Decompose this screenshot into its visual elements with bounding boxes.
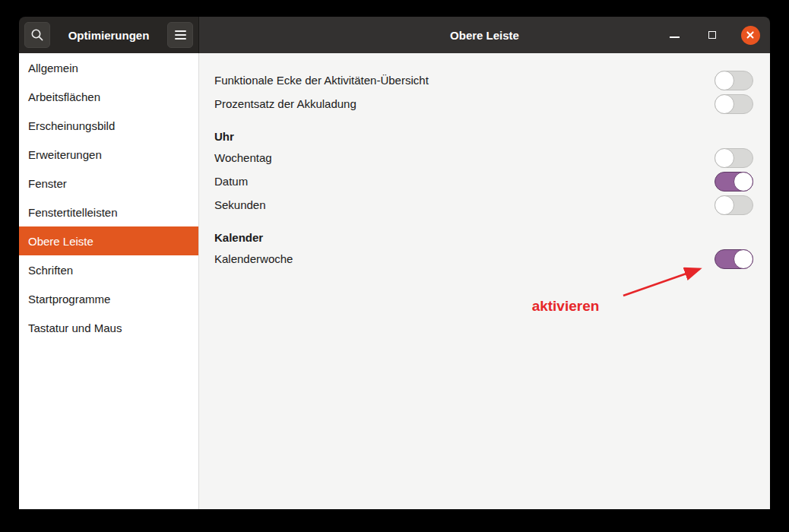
toggle-funktionale-ecke[interactable] bbox=[715, 71, 753, 90]
sidebar-item-obere-leiste[interactable]: Obere Leiste bbox=[19, 226, 198, 255]
titlebar-left-section: Optimierungen bbox=[19, 17, 199, 53]
menu-button[interactable] bbox=[167, 22, 193, 48]
titlebar: Optimierungen Obere Leiste bbox=[19, 17, 770, 53]
minimize-button[interactable] bbox=[664, 25, 684, 45]
sidebar-item-arbeitsflaechen[interactable]: Arbeitsflächen bbox=[19, 82, 198, 111]
app-title: Optimierungen bbox=[53, 29, 164, 42]
section-header-uhr: Uhr bbox=[214, 126, 753, 146]
setting-label: Prozentsatz der Akkuladung bbox=[214, 97, 356, 110]
window-controls bbox=[664, 17, 760, 53]
sidebar: Allgemein Arbeitsflächen Erscheinungsbil… bbox=[19, 53, 199, 509]
toggle-kalenderwoche[interactable] bbox=[715, 249, 753, 269]
settings-row: Datum bbox=[214, 169, 753, 193]
sidebar-item-fenster[interactable]: Fenster bbox=[19, 169, 198, 198]
toggle-knob bbox=[715, 71, 734, 90]
toggle-sekunden[interactable] bbox=[715, 195, 753, 215]
settings-row: Kalenderwoche bbox=[214, 247, 753, 271]
titlebar-right-section: Obere Leiste bbox=[199, 17, 770, 53]
close-icon bbox=[741, 26, 760, 45]
maximize-icon bbox=[708, 31, 716, 39]
settings-panel: Funktionale Ecke der Aktivitäten-Übersic… bbox=[199, 53, 770, 509]
setting-label: Wochentag bbox=[214, 151, 272, 164]
setting-label: Datum bbox=[214, 175, 248, 188]
sidebar-item-erscheinungsbild[interactable]: Erscheinungsbild bbox=[19, 111, 198, 140]
toggle-knob bbox=[734, 249, 753, 269]
settings-row: Sekunden bbox=[214, 193, 753, 217]
sidebar-item-erweiterungen[interactable]: Erweiterungen bbox=[19, 140, 198, 169]
toggle-akkuladung-prozent[interactable] bbox=[715, 94, 753, 114]
toggle-knob bbox=[715, 148, 734, 168]
settings-row: Funktionale Ecke der Aktivitäten-Übersic… bbox=[214, 68, 753, 92]
close-button[interactable] bbox=[740, 25, 760, 45]
settings-row: Prozentsatz der Akkuladung bbox=[214, 92, 753, 116]
search-icon bbox=[30, 28, 44, 42]
window-body: Allgemein Arbeitsflächen Erscheinungsbil… bbox=[19, 53, 770, 509]
setting-label: Sekunden bbox=[214, 198, 266, 211]
minimize-icon bbox=[670, 36, 680, 38]
settings-row: Wochentag bbox=[214, 146, 753, 169]
hamburger-icon bbox=[175, 30, 186, 40]
sidebar-item-tastatur-und-maus[interactable]: Tastatur und Maus bbox=[19, 313, 198, 342]
setting-label: Funktionale Ecke der Aktivitäten-Übersic… bbox=[214, 74, 429, 87]
sidebar-item-startprogramme[interactable]: Startprogramme bbox=[19, 284, 198, 313]
toggle-knob bbox=[734, 172, 753, 192]
toggle-datum[interactable] bbox=[715, 172, 753, 192]
tweaks-window: Optimierungen Obere Leiste bbox=[19, 17, 770, 509]
search-button[interactable] bbox=[24, 22, 50, 48]
sidebar-item-allgemein[interactable]: Allgemein bbox=[19, 53, 198, 82]
toggle-wochentag[interactable] bbox=[715, 148, 753, 168]
setting-label: Kalenderwoche bbox=[214, 252, 293, 265]
maximize-button[interactable] bbox=[702, 25, 722, 45]
section-header-kalender: Kalender bbox=[214, 227, 753, 247]
sidebar-item-fenstertitelleisten[interactable]: Fenstertitelleisten bbox=[19, 198, 198, 226]
toggle-knob bbox=[715, 195, 734, 215]
sidebar-item-schriften[interactable]: Schriften bbox=[19, 255, 198, 284]
toggle-knob bbox=[715, 94, 734, 114]
